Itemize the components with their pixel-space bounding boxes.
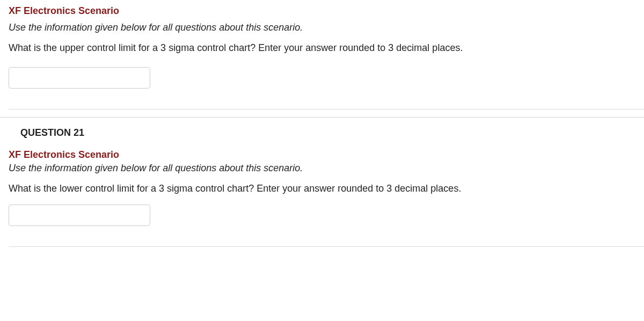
answer-input[interactable]: [9, 67, 150, 89]
divider: [9, 246, 644, 247]
scenario-title: XF Electronics Scenario: [9, 149, 635, 160]
question-20-block: XF Electronics Scenario Use the informat…: [0, 0, 644, 98]
question-21-block: XF Electronics Scenario Use the informat…: [0, 146, 644, 235]
divider: [9, 109, 644, 110]
scenario-title: XF Electronics Scenario: [9, 5, 635, 17]
question-text: What is the lower control limit for a 3 …: [9, 181, 635, 196]
question-21-header: QUESTION 21: [0, 118, 644, 146]
scenario-instruction: Use the information given below for all …: [9, 22, 635, 33]
question-text: What is the upper control limit for a 3 …: [9, 41, 635, 55]
scenario-instruction: Use the information given below for all …: [9, 163, 635, 174]
answer-input[interactable]: [9, 205, 150, 226]
